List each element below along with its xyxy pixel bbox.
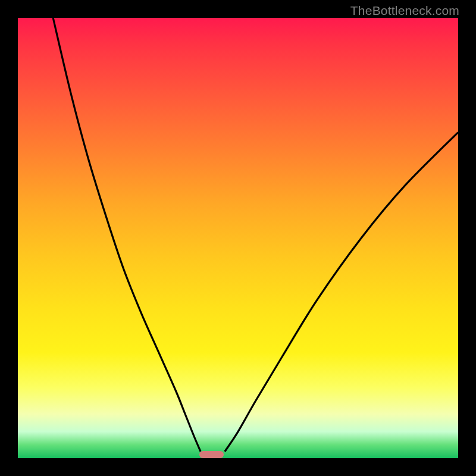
- curve-right: [225, 132, 458, 452]
- outer-frame: TheBottleneck.com: [0, 0, 476, 476]
- plot-area: [18, 18, 458, 458]
- curve-left: [53, 18, 201, 452]
- bottleneck-marker: [199, 451, 224, 458]
- watermark-text: TheBottleneck.com: [350, 4, 459, 18]
- curve-svg: [18, 18, 458, 458]
